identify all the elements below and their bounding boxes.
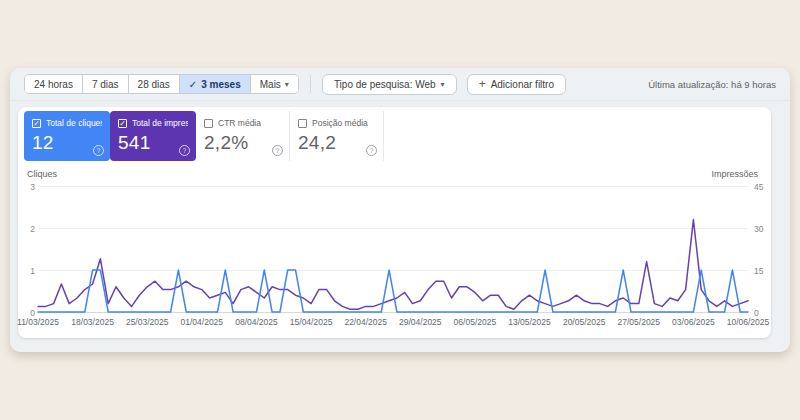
add-filter-label: Adicionar filtro: [491, 79, 554, 90]
metric-label: Total de impressõ...: [132, 118, 188, 128]
x-axis-label: 20/05/2025: [563, 317, 606, 327]
metric-tiles: ✓Total de cliques12?✓Total de impressõ..…: [24, 111, 384, 161]
x-axis-label: 01/04/2025: [181, 317, 224, 327]
more-date-ranges-button[interactable]: Mais▾: [251, 75, 298, 93]
date-range-label: 7 dias: [92, 79, 119, 90]
metric-tile-total-de-cliques[interactable]: ✓Total de cliques12?: [24, 111, 110, 161]
x-axis-label: 11/03/2025: [17, 317, 59, 327]
date-range-group: 24 horas7 dias28 dias✓3 mesesMais▾: [24, 74, 299, 94]
last-update-text: Última atualização: há 9 horas: [648, 79, 776, 90]
left-axis-title: Cliques: [27, 169, 57, 179]
performance-panel: 24 horas7 dias28 dias✓3 mesesMais▾ Tipo …: [10, 68, 790, 352]
left-axis-tick: 3: [21, 182, 35, 192]
x-axis-label: 06/05/2025: [454, 317, 497, 327]
x-axis-label: 08/04/2025: [235, 317, 278, 327]
plot-area[interactable]: 3210453015011/03/202518/03/202525/03/202…: [38, 186, 748, 312]
x-axis-label: 25/03/2025: [126, 317, 169, 327]
metric-tile-total-de-impress[interactable]: ✓Total de impressõ...541?: [110, 111, 196, 161]
checkbox-icon[interactable]: [298, 119, 307, 128]
checkbox-icon[interactable]: ✓: [118, 119, 127, 128]
help-icon[interactable]: ?: [93, 145, 104, 156]
metric-value: 2,2%: [204, 132, 281, 154]
performance-chart: Cliques Impressões 3210453015011/03/2025…: [18, 165, 771, 338]
metric-label: Total de cliques: [46, 118, 102, 128]
search-type-filter[interactable]: Tipo de pesquisa: Web ▾: [322, 74, 457, 95]
filter-divider: [310, 75, 311, 93]
search-type-label: Tipo de pesquisa: Web: [334, 79, 436, 90]
metric-tile-ctr-m-dia[interactable]: CTR média2,2%?: [196, 111, 290, 161]
date-range-28-dias[interactable]: 28 dias: [129, 75, 180, 93]
date-range-7-dias[interactable]: 7 dias: [83, 75, 129, 93]
left-axis-tick: 2: [21, 224, 35, 234]
metric-label: Posição média: [312, 118, 368, 128]
right-axis-tick: 45: [754, 182, 774, 192]
x-axis-label: 03/06/2025: [672, 317, 715, 327]
x-axis-label: 22/04/2025: [344, 317, 387, 327]
date-range-3-meses[interactable]: ✓3 meses: [180, 75, 251, 93]
more-label: Mais: [260, 79, 281, 90]
right-axis-tick: 30: [754, 224, 774, 234]
checkbox-icon[interactable]: ✓: [32, 119, 41, 128]
chevron-down-icon: ▾: [441, 80, 445, 89]
check-icon: ✓: [189, 79, 197, 90]
x-axis-label: 27/05/2025: [618, 317, 661, 327]
page: 24 horas7 dias28 dias✓3 mesesMais▾ Tipo …: [0, 0, 800, 420]
metric-label: CTR média: [218, 118, 261, 128]
x-axis-label: 10/06/2025: [727, 317, 770, 327]
add-filter-button[interactable]: + Adicionar filtro: [467, 74, 566, 95]
help-icon[interactable]: ?: [366, 145, 377, 156]
metric-value: 541: [118, 132, 188, 154]
date-range-label: 28 dias: [138, 79, 170, 90]
metric-value: 12: [32, 132, 102, 154]
chevron-down-icon: ▾: [285, 80, 289, 89]
metric-value: 24,2: [298, 132, 375, 154]
help-icon[interactable]: ?: [179, 145, 190, 156]
date-range-24-horas[interactable]: 24 horas: [25, 75, 83, 93]
filter-bar: 24 horas7 dias28 dias✓3 mesesMais▾ Tipo …: [10, 68, 790, 101]
date-range-label: 24 horas: [34, 79, 73, 90]
tile-header: CTR média: [204, 118, 281, 128]
right-axis-tick: 15: [754, 266, 774, 276]
tile-header: Posição média: [298, 118, 375, 128]
series-total-de-impress-es: [38, 220, 748, 310]
x-axis-label: 13/05/2025: [508, 317, 551, 327]
x-axis-label: 29/04/2025: [399, 317, 442, 327]
right-axis-title: Impressões: [711, 169, 758, 179]
x-axis-label: 18/03/2025: [71, 317, 114, 327]
tile-header: ✓Total de impressõ...: [118, 118, 188, 128]
metric-tile-posi-o-m-dia[interactable]: Posição média24,2?: [290, 111, 384, 161]
report-card: ✓Total de cliques12?✓Total de impressõ..…: [18, 107, 771, 338]
plus-icon: +: [479, 78, 486, 90]
chart-lines: [38, 186, 748, 313]
help-icon[interactable]: ?: [272, 145, 283, 156]
date-range-label: 3 meses: [201, 79, 240, 90]
checkbox-icon[interactable]: [204, 119, 213, 128]
tile-header: ✓Total de cliques: [32, 118, 102, 128]
left-axis-tick: 1: [21, 266, 35, 276]
x-axis-label: 15/04/2025: [290, 317, 333, 327]
